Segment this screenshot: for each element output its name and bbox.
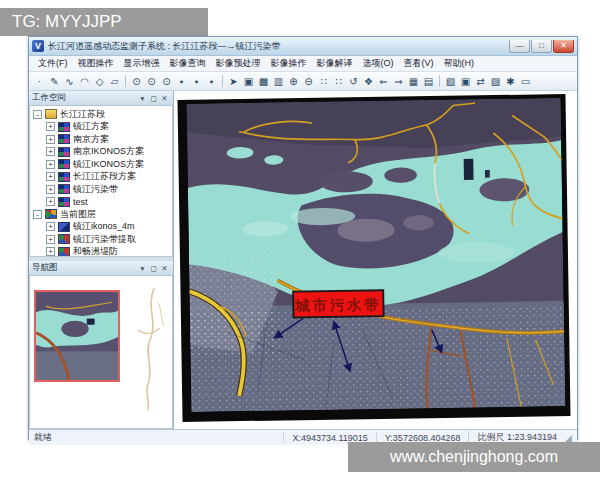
draw-polygon-icon[interactable]: ◇ [92, 74, 107, 89]
tile-windows-icon[interactable]: ▦ [406, 74, 421, 89]
open-project-icon[interactable]: ▧ [443, 74, 458, 89]
zoom-out-icon[interactable]: ⊖ [301, 74, 316, 89]
pixel-grid-icon-1[interactable]: ∷ [316, 74, 331, 89]
tree-item-scheme[interactable]: + 长江江苏段方案 [32, 171, 172, 184]
tree-collapse-toggle[interactable]: - [33, 210, 42, 219]
tree-item-scheme[interactable]: + 南京方案 [32, 133, 172, 146]
resize-grip[interactable]: ◢ [565, 433, 577, 443]
menu-lookup[interactable]: 查看(V) [399, 57, 439, 70]
tree-expand-toggle[interactable]: + [46, 172, 55, 181]
menu-options[interactable]: 选项(O) [358, 57, 399, 70]
draw-rect-icon[interactable]: ▱ [107, 74, 122, 89]
menu-image-preprocess[interactable]: 影像预处理 [211, 57, 266, 70]
toolbar: · ✎ ∿ ◠ ◇ ▱ ⊙ ⊙ ⊙ ▪ ▪ ▪ ➤ ▣ ▩ ▥ ⊕ ⊖ ∷ ∷ … [29, 72, 577, 91]
raster-layer-icon [58, 234, 70, 244]
settings-icon[interactable]: ✱ [503, 74, 518, 89]
flag-marker-icon-1[interactable]: ▪ [174, 74, 189, 89]
tree-item-layer[interactable]: + 和畅洲堤防 [32, 246, 172, 258]
tree-expand-toggle[interactable]: + [46, 247, 55, 256]
draw-pencil-icon[interactable]: ✎ [47, 74, 62, 89]
tree-item-scheme[interactable]: + 镇江污染带 [32, 183, 172, 196]
tree-root-project[interactable]: - 长江江苏段 [32, 108, 172, 121]
histogram-icon[interactable]: ▥ [271, 74, 286, 89]
tree-item-scheme[interactable]: + 镇江方案 [32, 121, 172, 134]
magnifier-query-icon[interactable]: ⊙ [129, 74, 144, 89]
workspace-panel-title: 工作空间 [32, 92, 137, 104]
menu-bar: 文件(F) 视图操作 显示增强 影像查询 影像预处理 影像操作 影像解译 选项(… [29, 56, 577, 72]
tree-expand-toggle[interactable]: + [46, 160, 55, 169]
full-extent-icon[interactable]: ▩ [256, 74, 271, 89]
close-button[interactable]: ✕ [553, 40, 574, 53]
draw-curve-icon[interactable]: ◠ [77, 74, 92, 89]
navigator-panel-header: 导航图 ▾ ◻ ✕ [29, 261, 173, 276]
client-area: 工作空间 ▾ ◻ ✕ - 长江江苏段 + [29, 91, 577, 429]
nav-back-icon[interactable]: ⇐ [376, 74, 391, 89]
tree-item-layer[interactable]: + 镇江ikonos_4m [32, 221, 172, 234]
magnifier-compare-icon[interactable]: ⊙ [159, 74, 174, 89]
panel-menu-icon[interactable]: ▾ [137, 92, 148, 105]
tree-expand-toggle[interactable]: + [46, 222, 55, 231]
scheme-icon [58, 147, 70, 157]
menu-image-query[interactable]: 影像查询 [165, 57, 211, 70]
menu-view-ops[interactable]: 视图操作 [73, 57, 119, 70]
menu-file[interactable]: 文件(F) [33, 57, 73, 70]
tree-collapse-toggle[interactable]: - [33, 110, 42, 119]
toolbar-separator [439, 75, 440, 87]
workspace-panel: 工作空间 ▾ ◻ ✕ - 长江江苏段 + [29, 91, 173, 257]
panel-pin-icon[interactable]: ◻ [148, 262, 159, 275]
tree-expand-toggle[interactable]: + [46, 147, 55, 156]
select-arrow-icon[interactable]: ➤ [226, 74, 241, 89]
scheme-icon [58, 134, 70, 144]
tree-item-scheme[interactable]: + 镇江IKONOS方案 [32, 158, 172, 171]
menu-help[interactable]: 帮助(H) [439, 57, 480, 70]
toolbar-separator [222, 75, 223, 87]
swap-view-icon[interactable]: ▤ [421, 74, 436, 89]
save-project-icon[interactable]: ▣ [458, 74, 473, 89]
menu-display-enhance[interactable]: 显示增强 [119, 57, 165, 70]
tree-expand-toggle[interactable]: + [46, 197, 55, 206]
tree-expand-toggle[interactable]: + [46, 122, 55, 131]
navigator-panel-title: 导航图 [32, 262, 137, 274]
zoom-window-icon[interactable]: ▣ [241, 74, 256, 89]
flag-marker-icon-2[interactable]: ▪ [189, 74, 204, 89]
tree-root-layers[interactable]: - 当前图层 [32, 208, 172, 221]
scheme-icon [58, 184, 70, 194]
status-y-coordinate: Y:3572608.404268 [376, 433, 469, 443]
pollution-annotation: 城市污水带 [293, 290, 384, 317]
tree-expand-toggle[interactable]: + [46, 235, 55, 244]
tree-item-scheme[interactable]: + test [32, 196, 172, 209]
window-title: 长江河道遥感动态监测子系统 : 长江江苏段—→镇江污染带 [48, 40, 509, 53]
panel-pin-icon[interactable]: ◻ [148, 92, 159, 105]
draw-point-icon[interactable]: · [32, 74, 47, 89]
tree-expand-toggle[interactable]: + [46, 185, 55, 194]
navigator-thumbnail[interactable] [34, 290, 120, 382]
maximize-button[interactable]: □ [531, 40, 552, 53]
draw-polyline-icon[interactable]: ∿ [62, 74, 77, 89]
nav-forward-icon[interactable]: ⇒ [391, 74, 406, 89]
panel-menu-icon[interactable]: ▾ [137, 262, 148, 275]
raster-layer-icon [58, 222, 70, 232]
workspace-panel-header: 工作空间 ▾ ◻ ✕ [29, 91, 173, 106]
export-data-icon[interactable]: ⇄ [473, 74, 488, 89]
magnifier-roam-icon[interactable]: ⊙ [144, 74, 159, 89]
rotate-view-icon[interactable]: ↺ [346, 74, 361, 89]
pan-hand-icon[interactable]: ❖ [361, 74, 376, 89]
menu-image-ops[interactable]: 影像操作 [266, 57, 312, 70]
print-icon[interactable]: ▭ [518, 74, 533, 89]
tree-item-layer[interactable]: + 镇江污染带提取 [32, 233, 172, 246]
satellite-image[interactable]: 城市污水带 [177, 94, 570, 422]
navigator-panel: 导航图 ▾ ◻ ✕ [29, 261, 173, 429]
tree-expand-toggle[interactable]: + [46, 135, 55, 144]
tree-item-scheme[interactable]: + 南京IKONOS方案 [32, 146, 172, 159]
flag-marker-icon-3[interactable]: ▪ [204, 74, 219, 89]
minimize-button[interactable]: — [509, 40, 530, 53]
map-view: 城市污水带 [174, 91, 577, 429]
zoom-in-icon[interactable]: ⊕ [286, 74, 301, 89]
load-image-icon[interactable]: ▨ [488, 74, 503, 89]
pixel-grid-icon-2[interactable]: ∷ [331, 74, 346, 89]
panel-close-icon[interactable]: ✕ [159, 92, 170, 105]
panel-close-icon[interactable]: ✕ [159, 262, 170, 275]
menu-image-interpret[interactable]: 影像解译 [312, 57, 358, 70]
workspace-tree: - 长江江苏段 + 镇江方案 + 南京方案 [30, 106, 172, 257]
navigator-body [29, 276, 173, 429]
